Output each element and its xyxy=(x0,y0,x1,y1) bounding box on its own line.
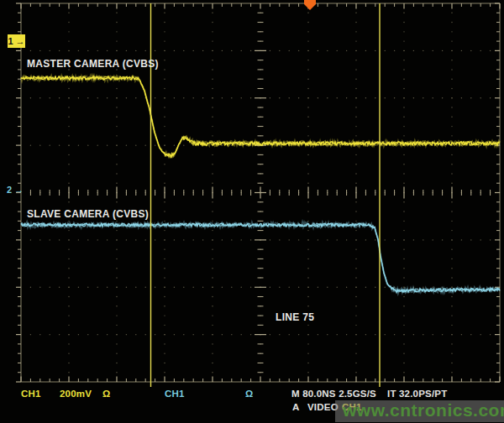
graticule-dot xyxy=(470,239,471,240)
graticule-dot xyxy=(68,13,69,13)
graticule-dot xyxy=(289,334,290,335)
graticule-dot xyxy=(461,50,462,51)
graticule-dot xyxy=(318,97,318,98)
graticule-dot xyxy=(480,50,481,51)
graticule-dot xyxy=(241,334,242,335)
graticule-dot xyxy=(403,50,404,51)
graticule-dot xyxy=(78,144,79,145)
ch1-vertical-scale[interactable]: 200mV xyxy=(60,389,92,400)
graticule-dot xyxy=(355,352,356,353)
graticule-dot xyxy=(116,258,117,259)
graticule-dot xyxy=(59,334,60,335)
graticule-dot xyxy=(68,306,69,306)
graticule-dot xyxy=(375,239,375,240)
graticule-dot xyxy=(451,306,452,306)
ch2-trace xyxy=(21,223,500,292)
graticule-dot xyxy=(30,144,31,145)
graticule-dot xyxy=(451,31,452,32)
graticule-dot xyxy=(68,296,69,297)
graticule-dot xyxy=(307,97,308,98)
graticule-dot xyxy=(270,50,270,51)
graticule-dot xyxy=(298,287,299,288)
graticule-dot xyxy=(385,334,386,335)
graticule-dot xyxy=(68,97,69,98)
graticule-dot xyxy=(403,211,404,212)
graticule-dot xyxy=(403,230,404,231)
graticule-dot xyxy=(174,144,175,145)
graticule-dot xyxy=(385,50,386,51)
graticule-dot xyxy=(116,277,117,278)
graticule-dot xyxy=(222,144,223,145)
graticule-dot xyxy=(403,248,404,249)
graticule-dot xyxy=(59,144,60,145)
graticule-dot xyxy=(68,248,69,249)
graticule-dot xyxy=(50,144,50,145)
graticule-dot xyxy=(355,154,356,155)
graticule-dot xyxy=(403,22,404,23)
graticule-dot xyxy=(480,239,481,240)
graticule-dot xyxy=(307,334,308,335)
graticule-dot xyxy=(107,287,108,288)
graticule-dot xyxy=(164,363,165,363)
graticule-dot xyxy=(355,211,356,212)
graticule-dot xyxy=(241,287,242,288)
graticule-dot xyxy=(231,239,232,240)
graticule-dot xyxy=(451,230,452,231)
graticule-dot xyxy=(451,372,452,373)
graticule-dot xyxy=(212,221,213,222)
trigger-type: VIDEO xyxy=(307,403,339,413)
graticule-dot xyxy=(403,164,404,164)
graticule-dot xyxy=(68,343,69,344)
graticule-dot xyxy=(212,40,213,41)
graticule-dot xyxy=(68,372,69,373)
graticule-dot xyxy=(403,325,404,326)
graticule-dot xyxy=(279,334,280,335)
graticule-dot xyxy=(289,97,290,98)
graticule-dot xyxy=(174,50,175,51)
ch2-trace xyxy=(21,223,500,293)
graticule-dot xyxy=(451,154,452,155)
graticule-dot xyxy=(202,97,203,98)
graticule-dot xyxy=(451,325,452,326)
graticule-dot xyxy=(298,239,299,240)
graticule-dot xyxy=(480,97,481,98)
channel1-position-marker[interactable]: 1 → xyxy=(8,34,25,48)
graticule-dot xyxy=(337,287,338,288)
graticule-dot xyxy=(365,97,366,98)
graticule-dot xyxy=(145,239,146,240)
graticule-dot xyxy=(307,201,308,202)
graticule-dot xyxy=(355,40,356,41)
trigger-position-marker-icon[interactable] xyxy=(304,0,316,10)
graticule-dot xyxy=(451,40,452,41)
graticule-dot xyxy=(327,97,328,98)
channel2-position-marker[interactable]: 2 → xyxy=(7,185,24,195)
graticule-dot xyxy=(68,88,69,89)
graticule-dot xyxy=(222,334,223,335)
graticule-dot xyxy=(39,287,40,288)
ch1-coupling-ohm: Ω xyxy=(102,389,110,400)
graticule-dot xyxy=(97,50,98,51)
graticule-dot xyxy=(107,50,108,51)
graticule-dot xyxy=(183,334,184,335)
graticule-dot xyxy=(59,50,60,51)
graticule-dot xyxy=(212,277,213,278)
graticule-dot xyxy=(403,334,404,335)
graticule-dot xyxy=(451,239,452,240)
graticule-dot xyxy=(307,352,308,353)
graticule-dot xyxy=(50,287,50,288)
graticule-dot xyxy=(212,296,213,297)
graticule-dot xyxy=(116,13,117,13)
graticule-dot xyxy=(212,117,213,118)
graticule-dot xyxy=(222,97,223,98)
graticule-dot xyxy=(318,287,318,288)
graticule-dot xyxy=(231,334,232,335)
graticule-dot xyxy=(116,117,117,118)
graticule-dot xyxy=(385,287,386,288)
graticule-dot xyxy=(116,363,117,363)
graticule-dot xyxy=(250,287,251,288)
graticule-dot xyxy=(183,287,184,288)
graticule-dot xyxy=(250,239,251,240)
graticule-dot xyxy=(470,97,471,98)
graticule-dot xyxy=(212,343,213,344)
graticule-dot xyxy=(116,334,117,335)
